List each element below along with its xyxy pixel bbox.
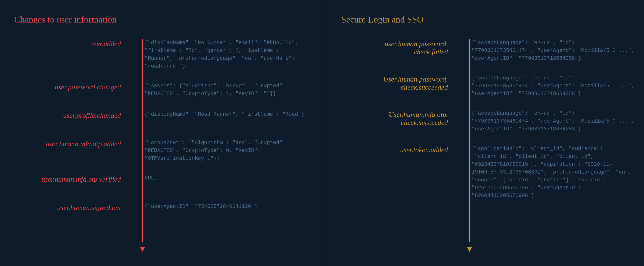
event-name: user.human.mfa.otp.added	[46, 140, 121, 148]
right-timeline-line	[469, 39, 470, 242]
event-label: user.profile.changed	[14, 110, 133, 120]
right-timeline-arrow	[467, 247, 472, 252]
event-data: NULL	[133, 174, 308, 182]
event-data: {"applicationId": "client_id", "audience…	[460, 145, 634, 200]
event-data-text: {"displayName": "Ro Runner", "email": "R…	[145, 40, 298, 69]
event-label: user.human.signed.out	[14, 203, 133, 212]
right-panel: Secure Login and SSO user.human.password…	[327, 0, 644, 266]
event-label: user.password.changed	[14, 82, 133, 91]
timeline-item: user.added {"displayName": "Ro Runner", …	[14, 39, 308, 70]
timeline-item: user.human.mfa.otp.verified NULL	[14, 174, 308, 191]
left-panel: Changes to user information user.added {…	[0, 0, 317, 266]
panel-divider	[322, 0, 322, 266]
event-data: {"displayName": "Ro Runner", "email": "R…	[133, 39, 308, 70]
event-label: User.human.mfa.otp.check.succeeded	[341, 110, 460, 126]
event-name: user.token.added	[400, 146, 448, 154]
timeline-item: user.human.mfa.otp.added {"otpSecret": {…	[14, 139, 308, 162]
event-data: {"acceptLanguage": "en-us", "id": "77983…	[460, 39, 634, 62]
event-name: user.human.signed.out	[57, 204, 121, 212]
event-label: user.token.added	[341, 145, 460, 154]
timeline-item: user.human.signed.out {"userAgentID": "7…	[14, 203, 308, 219]
event-data: {"acceptLanguage": "en-us", "id": "77983…	[460, 110, 634, 133]
event-label: user.human.mfa.otp.added	[14, 139, 133, 148]
event-name: User.human.password.check.succeeded	[383, 75, 448, 91]
event-data-text: {"userAgentID": "75462572840641120"}	[145, 204, 257, 210]
event-data-text: {"applicationId": "client_id", "audience…	[472, 146, 631, 199]
right-panel-title: Secure Login and SSO	[341, 14, 634, 25]
event-data-text: {"acceptLanguage": "en-us", "id": "77983…	[472, 40, 634, 62]
left-timeline: user.added {"displayName": "Ro Runner", …	[14, 39, 308, 252]
event-name: user.password.changed	[55, 83, 121, 91]
event-name: user.human.mfa.otp.verified	[42, 175, 121, 183]
left-timeline-line	[142, 39, 143, 242]
timeline-item: User.human.mfa.otp.check.succeeded {"acc…	[341, 110, 634, 133]
timeline-item: user.password.changed {"secret": {"Algor…	[14, 82, 308, 98]
event-data-text: {"secret": {"Algorithm": "bcrypt", "Cryp…	[145, 83, 286, 97]
left-timeline-arrow	[140, 247, 145, 252]
event-name: User.human.mfa.otp.check.succeeded	[389, 110, 448, 126]
event-name: user.human.password.check.failed	[385, 40, 448, 56]
event-label: user.human.password.check.failed	[341, 39, 460, 56]
event-data-text: {"acceptLanguage": "en-us", "id": "77983…	[472, 75, 634, 97]
event-data: {"acceptLanguage": "en-us", "id": "77983…	[460, 74, 634, 98]
event-data-text: NULL	[145, 175, 157, 181]
timeline-item: user.human.password.check.failed {"accep…	[341, 39, 634, 62]
event-data: {"secret": {"Algorithm": "bcrypt", "Cryp…	[133, 82, 308, 98]
timeline-item: User.human.password.check.succeeded {"ac…	[341, 74, 634, 98]
event-name: user.profile.changed	[63, 112, 121, 119]
event-data: {"userAgentID": "75462572840641120"}	[133, 203, 308, 210]
timeline-item: user.token.added {"applicationId": "clie…	[341, 145, 634, 200]
event-data-text: {"acceptLanguage": "en-us", "id": "77983…	[472, 110, 634, 132]
event-data-text: {"displayName": "Road Runner", "firstNam…	[145, 112, 304, 117]
event-label: user.human.mfa.otp.verified	[14, 174, 133, 183]
event-data-text: {"otpSecret": {"Algorithm": "aes", "Cryp…	[145, 140, 286, 162]
right-timeline: user.human.password.check.failed {"accep…	[341, 39, 634, 252]
event-data: {"displayName": "Road Runner", "firstNam…	[133, 110, 308, 118]
event-data: {"otpSecret": {"Algorithm": "aes", "Cryp…	[133, 139, 308, 162]
timeline-item: user.profile.changed {"displayName": "Ro…	[14, 110, 308, 127]
left-panel-title: Changes to user information	[14, 14, 308, 25]
event-label: User.human.password.check.succeeded	[341, 74, 460, 91]
event-name: user.added	[90, 40, 121, 48]
event-label: user.added	[14, 39, 133, 48]
